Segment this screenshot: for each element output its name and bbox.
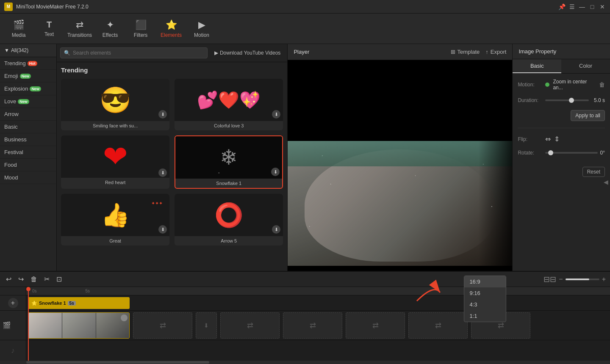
- rotate-thumb: [548, 150, 553, 155]
- search-box[interactable]: 🔍: [60, 47, 208, 58]
- ruler-0s: 0s: [32, 289, 37, 293]
- menu-icon[interactable]: ☰: [568, 3, 575, 10]
- add-track-button[interactable]: +: [8, 298, 18, 308]
- rotate-slider[interactable]: [545, 152, 597, 154]
- tab-basic[interactable]: Basic: [513, 59, 561, 73]
- category-header[interactable]: ▼ All(342): [0, 44, 56, 57]
- toolbar-text[interactable]: T Text: [35, 15, 64, 42]
- track-content: 0s 5s ⭐ Snowflake 1 5s: [26, 287, 610, 361]
- category-food[interactable]: Food: [0, 159, 56, 171]
- placeholder-download-1[interactable]: ⬇: [196, 312, 217, 339]
- element-img-red-heart: ❤: [61, 135, 169, 178]
- app-logo: M: [4, 3, 13, 11]
- element-img-great: 👍 ✦✦✦: [61, 194, 169, 236]
- category-arrow[interactable]: Arrow: [0, 108, 56, 121]
- aspect-option-1-1[interactable]: 1:1: [464, 310, 506, 322]
- toolbar-elements[interactable]: ⭐ Elements: [157, 15, 186, 42]
- placeholder-icon-6: ⇄: [498, 321, 504, 330]
- element-arrow5[interactable]: ⭕ ⬇ Arrow 5: [175, 194, 283, 245]
- apply-all-button[interactable]: Apply to all: [571, 110, 605, 121]
- flip-horizontal-icon[interactable]: ⇔: [545, 135, 551, 143]
- undo-button[interactable]: ↩: [4, 273, 13, 285]
- template-btn[interactable]: ⊞ Template: [451, 49, 480, 55]
- element-red-heart[interactable]: ❤ ⬇ Red heart: [61, 135, 169, 189]
- scrollbar-thumb[interactable]: [26, 361, 209, 364]
- placeholder-5[interactable]: ⇄: [408, 312, 468, 339]
- timeline-scrollbar[interactable]: [0, 361, 610, 364]
- category-explosion[interactable]: Explosion New: [0, 83, 56, 95]
- placeholder-2[interactable]: ⇄: [220, 312, 280, 339]
- motion-row: Zoom in center an...: [545, 79, 596, 91]
- redo-button[interactable]: ↪: [17, 273, 25, 285]
- text-label: Text: [44, 31, 54, 37]
- close-icon[interactable]: ✕: [599, 3, 606, 10]
- food-label: Food: [4, 162, 17, 168]
- delete-button[interactable]: 🗑: [29, 274, 39, 285]
- motion-label: Motion: [194, 32, 209, 38]
- toolbar-media[interactable]: 🎬 Media: [4, 15, 33, 42]
- toolbar-effects[interactable]: ✦ Effects: [96, 15, 125, 42]
- snowflake-clip[interactable]: ⭐ Snowflake 1 5s: [28, 297, 130, 309]
- placeholder-icon-5: ⇄: [435, 321, 441, 330]
- clip-duration-badge: 5s: [68, 301, 76, 306]
- toolbar-motion[interactable]: ▶ Motion: [187, 15, 216, 42]
- category-emoji[interactable]: Emoji New: [0, 70, 56, 83]
- love-badge: New: [18, 99, 29, 104]
- export-btn[interactable]: ↑ Export: [485, 49, 506, 55]
- search-icon: 🔍: [64, 50, 70, 56]
- filters-icon: ⬛: [135, 19, 147, 30]
- placeholder-icon-3: ⇄: [310, 321, 316, 330]
- element-snowflake1[interactable]: ❄ • ⬇ Snowflake 1: [175, 135, 283, 189]
- arrow-label: Arrow: [4, 111, 19, 117]
- toolbar-transitions[interactable]: ⇄ Transitions: [65, 15, 94, 42]
- pin-icon[interactable]: 📌: [558, 3, 565, 10]
- window-controls[interactable]: 📌 ☰ — □ ✕: [558, 3, 606, 10]
- split-tracks-icon[interactable]: ⊟⊟: [543, 275, 556, 284]
- crop-button[interactable]: ⊡: [55, 273, 64, 285]
- category-mood[interactable]: Mood: [0, 171, 56, 184]
- video-strip[interactable]: [28, 312, 130, 339]
- element-smiling-face[interactable]: 😎 ⬇ Smiling face with su...: [61, 79, 169, 130]
- element-label-snowflake1: Snowflake 1: [175, 179, 282, 188]
- reset-button[interactable]: Reset: [582, 167, 605, 177]
- business-label: Business: [4, 136, 27, 143]
- motion-delete-icon[interactable]: 🗑: [599, 81, 605, 88]
- duration-label: Duration:: [518, 97, 545, 103]
- search-input[interactable]: [73, 50, 204, 56]
- snowflake-clip-label: Snowflake 1: [39, 301, 66, 306]
- aspect-option-9-16[interactable]: 9:16: [464, 287, 506, 299]
- placeholder-3[interactable]: ⇄: [283, 312, 342, 339]
- minimize-icon[interactable]: —: [579, 3, 585, 10]
- category-basic[interactable]: Basic: [0, 121, 56, 133]
- element-colorful-love[interactable]: 💕❤️💖 ⬇ Colorful love 3: [175, 79, 283, 130]
- trending-label: Trending: [4, 60, 26, 66]
- aspect-option-16-9[interactable]: 16:9: [464, 276, 506, 287]
- element-img-smiling-face: 😎: [61, 79, 169, 121]
- toolbar-filters[interactable]: ⬛ Filters: [126, 15, 155, 42]
- zoom-out-button[interactable]: −: [559, 276, 563, 283]
- download-youtube-btn[interactable]: ▶ Download YouTube Videos: [211, 48, 284, 58]
- youtube-icon: ▶: [214, 50, 218, 56]
- placeholder-4[interactable]: ⇄: [346, 312, 405, 339]
- category-festival[interactable]: Festival: [0, 146, 56, 159]
- duration-slider[interactable]: [545, 99, 589, 101]
- panel-collapse-btn[interactable]: ◀: [604, 179, 608, 185]
- zoom-in-button[interactable]: +: [602, 276, 606, 283]
- cut-button[interactable]: ✂: [42, 273, 51, 285]
- motion-label: Motion:: [518, 82, 545, 88]
- snowflake-clip-icon: ⭐: [31, 301, 37, 306]
- element-great[interactable]: 👍 ✦✦✦ ⬇ Great: [61, 194, 169, 245]
- maximize-icon[interactable]: □: [589, 3, 596, 10]
- tab-color[interactable]: Color: [561, 59, 610, 73]
- video-thumb-1: [28, 313, 62, 339]
- aspect-option-4-3[interactable]: 4:3: [464, 299, 506, 310]
- flip-vertical-icon[interactable]: ⇕: [554, 135, 560, 143]
- timeline-toolbar: ↩ ↪ 🗑 ✂ ⊡ ⊟⊟ − +: [0, 272, 610, 287]
- category-love[interactable]: Love New: [0, 95, 56, 108]
- category-business[interactable]: Business: [0, 133, 56, 146]
- motion-icon: ▶: [198, 19, 205, 30]
- zoom-slider[interactable]: [566, 279, 599, 280]
- player-title: Player: [294, 49, 446, 55]
- category-trending[interactable]: Trending Hot: [0, 57, 56, 70]
- placeholder-1[interactable]: ⇄: [133, 312, 192, 339]
